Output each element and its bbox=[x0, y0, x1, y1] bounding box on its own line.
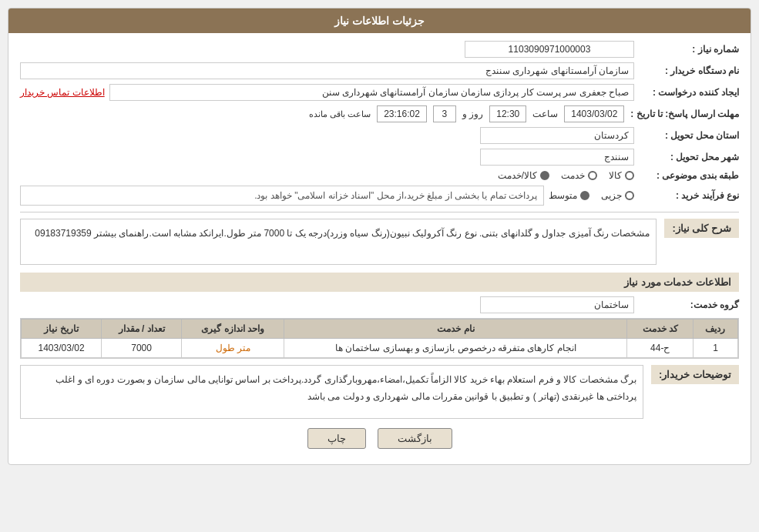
province-label: استان محل تحویل : bbox=[639, 130, 739, 141]
radio-motavasset bbox=[580, 191, 589, 200]
radio-kala-khedmat bbox=[540, 171, 549, 180]
deadline-label: مهلت ارسال پاسخ: تا تاریخ : bbox=[630, 109, 739, 119]
cell-quantity: 7000 bbox=[102, 339, 182, 358]
process-note: پرداخت تمام یا بخشی از مبلغ خرید،از محل … bbox=[20, 186, 544, 206]
service-group-label: گروه خدمت: bbox=[639, 299, 739, 310]
col-quantity: تعداد / مقدار bbox=[102, 320, 182, 339]
service-group-value: ساختمان bbox=[480, 296, 634, 313]
province-value: کردستان bbox=[480, 127, 634, 144]
process-option-motavasset[interactable]: متوسط bbox=[549, 190, 589, 201]
cell-date: 1403/03/02 bbox=[22, 339, 102, 358]
category-label-kala: کالا bbox=[609, 170, 622, 181]
cell-row-num: 1 bbox=[693, 339, 737, 358]
cell-service-name: انجام کارهای متفرقه درخصوص بازسازی و بهس… bbox=[284, 339, 627, 358]
buyer-notes-value: برگ مشخصات کالا و فرم استعلام بهاء خرید … bbox=[20, 365, 643, 419]
need-number-value: 1103090971000003 bbox=[465, 41, 634, 58]
col-unit: واحد اندازه گیری bbox=[182, 320, 284, 339]
need-desc-section-label: شرح کلی نیاز: bbox=[664, 219, 739, 238]
process-label-jozi: جزیی bbox=[601, 190, 622, 201]
deadline-time: 12:30 bbox=[489, 105, 526, 122]
col-date: تاریخ نیاز bbox=[22, 320, 102, 339]
process-options: جزیی متوسط bbox=[549, 190, 634, 201]
deadline-time-label: ساعت bbox=[532, 109, 558, 119]
category-option-2[interactable]: خدمت bbox=[561, 170, 597, 181]
col-row-num: ردیف bbox=[693, 320, 737, 339]
col-service-code: کد خدمت bbox=[627, 320, 694, 339]
footer-buttons: بازگشت چاپ bbox=[20, 428, 739, 457]
deadline-remaining-label: ساعت باقی مانده bbox=[309, 109, 371, 119]
buyer-notes-label: توضیحات خریدار: bbox=[651, 365, 739, 384]
requester-label: ایجاد کننده درخواست : bbox=[639, 87, 739, 98]
cell-service-code: ح-44 bbox=[627, 339, 694, 358]
process-label: نوع فرآیند خرید : bbox=[639, 190, 739, 201]
category-option-3[interactable]: کالا/خدمت bbox=[498, 170, 549, 181]
radio-jozi bbox=[625, 191, 634, 200]
category-label-khedmat: خدمت bbox=[561, 170, 585, 181]
col-service-name: نام خدمت bbox=[284, 320, 627, 339]
services-table: ردیف کد خدمت نام خدمت واحد اندازه گیری ت… bbox=[20, 318, 739, 359]
deadline-date: 1403/03/02 bbox=[564, 105, 624, 122]
print-button[interactable]: چاپ bbox=[307, 428, 366, 449]
category-option-1[interactable]: کالا bbox=[609, 170, 634, 181]
cell-unit: متر طول bbox=[182, 339, 284, 358]
process-option-jozi[interactable]: جزیی bbox=[601, 190, 634, 201]
deadline-day-label: روز و bbox=[462, 109, 483, 119]
back-button[interactable]: بازگشت bbox=[378, 428, 452, 449]
deadline-days: 3 bbox=[433, 105, 456, 122]
need-description: مشخصات رنگ آمیزی جداول و گلدانهای بتنی. … bbox=[20, 219, 657, 265]
need-number-label: شماره نیاز : bbox=[639, 44, 739, 55]
requester-value: صباح جعفری سر پرست کار پردازی سازمان ساز… bbox=[109, 84, 634, 101]
services-section-label: اطلاعات خدمات مورد نیاز bbox=[20, 273, 739, 292]
radio-khedmat bbox=[588, 171, 597, 180]
city-value: سنندج bbox=[480, 149, 634, 166]
buyer-org-value: سازمان آرامستانهای شهرداری سنندج bbox=[20, 62, 634, 79]
city-label: شهر محل تحویل : bbox=[639, 152, 739, 162]
contact-link[interactable]: اطلاعات تماس خریدار bbox=[20, 87, 105, 98]
category-options: کالا خدمت کالا/خدمت bbox=[498, 170, 634, 181]
category-label-kala-khedmat: کالا/خدمت bbox=[498, 170, 537, 181]
deadline-remaining: 23:16:02 bbox=[377, 105, 427, 122]
category-label: طبقه بندی موضوعی : bbox=[639, 170, 739, 181]
process-label-motavasset: متوسط bbox=[549, 190, 577, 201]
table-row: 1 ح-44 انجام کارهای متفرقه درخصوص بازساز… bbox=[22, 339, 738, 358]
page-title: جزئیات اطلاعات نیاز bbox=[8, 8, 751, 33]
radio-kala bbox=[625, 171, 634, 180]
buyer-org-label: نام دستگاه خریدار : bbox=[639, 65, 739, 76]
